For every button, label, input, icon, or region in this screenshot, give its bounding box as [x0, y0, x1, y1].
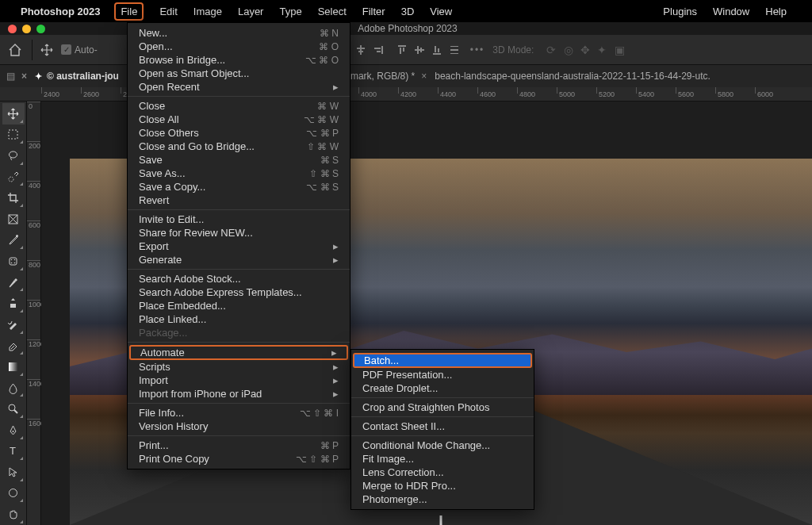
menu-item-lens-correction[interactable]: Lens Correction...	[351, 466, 534, 479]
brush-tool[interactable]	[2, 272, 25, 293]
menu-item-scripts[interactable]: Scripts▸	[128, 360, 350, 374]
align-top-icon[interactable]	[394, 42, 410, 58]
pen-tool[interactable]	[2, 420, 25, 441]
menu-item-import-from-iphone-or-ipad[interactable]: Import from iPhone or iPad▸	[128, 387, 350, 400]
menu-item-print-one-copy[interactable]: Print One Copy⌥ ⇧ ⌘ P	[128, 452, 350, 466]
menu-edit[interactable]: Edit	[159, 6, 177, 17]
menu-item-open-recent[interactable]: Open Recent▸	[128, 80, 350, 94]
marquee-tool[interactable]	[2, 125, 25, 146]
svg-text:T: T	[10, 445, 16, 457]
eyedropper-tool[interactable]	[2, 230, 25, 251]
home-icon[interactable]	[6, 42, 24, 58]
eraser-tool[interactable]	[2, 335, 25, 357]
menu-type[interactable]: Type	[279, 6, 301, 17]
menu-item-version-history[interactable]: Version History	[128, 420, 350, 433]
menu-item-photomerge[interactable]: Photomerge...	[351, 492, 534, 506]
type-tool[interactable]: T	[2, 441, 25, 462]
frame-tool[interactable]	[2, 209, 25, 230]
menu-file[interactable]: File	[114, 2, 144, 21]
slide-icon[interactable]: ✦	[597, 44, 607, 56]
shortcut-label: ⌘ W	[317, 101, 339, 112]
menu-select[interactable]: Select	[318, 6, 347, 17]
move-tool-icon[interactable]	[40, 44, 53, 56]
menu-item-open-as-smart-object[interactable]: Open as Smart Object...	[128, 67, 350, 80]
menu-item-file-info[interactable]: File Info...⌥ ⇧ ⌘ I	[128, 406, 350, 420]
automate-submenu: Batch...PDF Presentation...Create Drople…	[350, 349, 534, 510]
menu-item-batch[interactable]: Batch...	[353, 353, 532, 368]
menu-item-save[interactable]: Save⌘ S	[128, 153, 350, 167]
tab-3[interactable]: ×beach-landscape-queensland-australia-20…	[421, 71, 710, 82]
distribute-icon[interactable]	[446, 42, 462, 58]
blur-tool[interactable]	[2, 377, 25, 399]
roll-icon[interactable]: ◎	[564, 44, 573, 56]
align-bottom-icon[interactable]	[429, 42, 445, 58]
menu-item-merge-to-hdr-pro[interactable]: Merge to HDR Pro...	[351, 479, 534, 492]
menu-image[interactable]: Image	[193, 6, 222, 17]
tab-1[interactable]: ×✦© australian-jou	[21, 71, 119, 82]
menu-item-fit-image[interactable]: Fit Image...	[351, 452, 534, 466]
menu-item-browse-in-bridge[interactable]: Browse in Bridge...⌥ ⌘ O	[128, 53, 350, 67]
menu-item-conditional-mode-change[interactable]: Conditional Mode Change...	[351, 439, 534, 452]
healing-brush-tool[interactable]	[2, 251, 25, 272]
camera-icon[interactable]: ▣	[615, 44, 625, 56]
menu-item-save-as[interactable]: Save As...⇧ ⌘ S	[128, 167, 350, 180]
align-center-h-icon[interactable]	[353, 42, 369, 58]
app-name[interactable]: Photoshop 2023	[21, 6, 100, 17]
menu-item-close-others[interactable]: Close Others⌥ ⌘ P	[128, 126, 350, 140]
svg-point-28	[14, 259, 16, 261]
menu-item-label: Print...	[139, 439, 298, 451]
menu-item-close-all[interactable]: Close All⌥ ⌘ W	[128, 113, 350, 126]
menu-item-contact-sheet-ii[interactable]: Contact Sheet II...	[351, 420, 534, 433]
menu-3d[interactable]: 3D	[401, 6, 415, 17]
menu-item-crop-and-straighten-photos[interactable]: Crop and Straighten Photos	[351, 400, 534, 414]
menu-item-print[interactable]: Print...⌘ P	[128, 439, 350, 452]
clone-stamp-tool[interactable]	[2, 293, 25, 314]
shape-tool[interactable]	[2, 483, 25, 504]
menu-layer[interactable]: Layer	[238, 6, 264, 17]
menu-item-invite-to-edit[interactable]: Invite to Edit...	[128, 213, 350, 226]
crop-tool[interactable]	[2, 187, 25, 209]
menu-item-search-adobe-stock[interactable]: Search Adobe Stock...	[128, 272, 350, 285]
menu-help[interactable]: Help	[765, 6, 787, 17]
menu-item-close-and-go-to-bridge[interactable]: Close and Go to Bridge...⇧ ⌘ W	[128, 140, 350, 153]
more-options-icon[interactable]: •••	[470, 44, 485, 56]
hand-tool[interactable]	[2, 504, 25, 525]
svg-point-29	[11, 262, 13, 264]
menu-item-save-a-copy[interactable]: Save a Copy...⌥ ⌘ S	[128, 180, 350, 194]
menu-filter[interactable]: Filter	[362, 6, 385, 17]
close-tab-icon[interactable]: ×	[21, 71, 27, 82]
menu-item-pdf-presentation[interactable]: PDF Presentation...	[351, 368, 534, 381]
menu-item-automate[interactable]: Automate▸	[129, 345, 348, 360]
svg-rect-32	[9, 362, 17, 371]
quick-selection-tool[interactable]	[2, 167, 25, 188]
menu-item-place-linked[interactable]: Place Linked...	[128, 312, 350, 326]
menu-item-import[interactable]: Import▸	[128, 374, 350, 387]
align-middle-icon[interactable]	[412, 42, 427, 58]
align-right-icon[interactable]	[370, 42, 386, 58]
menu-item-close[interactable]: Close⌘ W	[128, 99, 350, 113]
menu-item-share-for-review-new[interactable]: Share for Review NEW...	[128, 226, 350, 240]
lasso-tool[interactable]	[2, 145, 25, 167]
menu-item-open[interactable]: Open...⌘ O	[128, 40, 350, 53]
history-brush-tool[interactable]	[2, 314, 25, 335]
menu-item-place-embedded[interactable]: Place Embedded...	[128, 299, 350, 312]
gradient-tool[interactable]	[2, 356, 25, 377]
menu-item-generate[interactable]: Generate▸	[128, 253, 350, 266]
tabbar-assets-icon[interactable]: ▤	[6, 71, 15, 82]
menu-item-new[interactable]: New...⌘ N	[128, 26, 350, 40]
menu-window[interactable]: Window	[713, 6, 749, 17]
menu-view[interactable]: View	[430, 6, 452, 17]
orbit-icon[interactable]: ⟳	[546, 44, 556, 56]
menu-item-label: Search Adobe Express Templates...	[139, 286, 339, 298]
close-tab-icon[interactable]: ×	[421, 71, 427, 82]
dodge-tool[interactable]	[2, 398, 25, 420]
menu-item-export[interactable]: Export▸	[128, 240, 350, 253]
auto-select-checkbox[interactable]: ✓Auto-	[61, 44, 98, 56]
menu-plugins[interactable]: Plugins	[663, 6, 697, 17]
menu-item-revert[interactable]: Revert	[128, 194, 350, 207]
menu-item-search-adobe-express-templates[interactable]: Search Adobe Express Templates...	[128, 285, 350, 299]
menu-item-create-droplet[interactable]: Create Droplet...	[351, 381, 534, 395]
pan-icon[interactable]: ✥	[580, 44, 590, 56]
move-tool[interactable]	[2, 103, 25, 125]
path-selection-tool[interactable]	[2, 462, 25, 483]
